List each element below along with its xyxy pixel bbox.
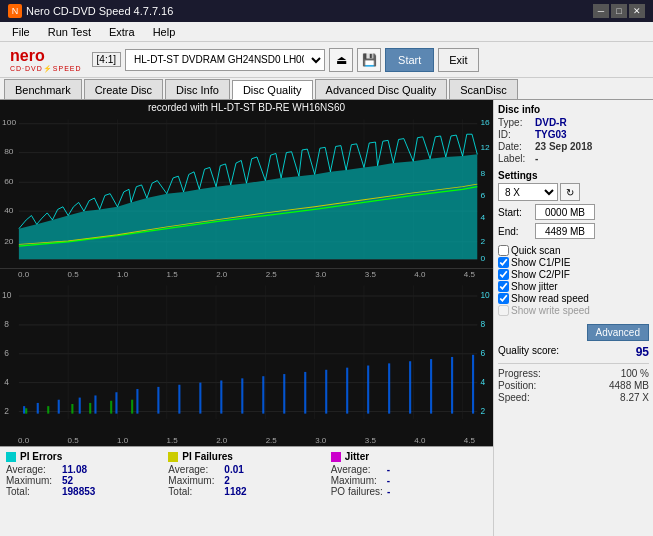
svg-text:2: 2	[480, 406, 485, 416]
show-c2pif-checkbox[interactable]	[498, 269, 509, 280]
start-mb-setting: Start:	[498, 204, 649, 220]
show-read-speed-checkbox[interactable]	[498, 293, 509, 304]
progress-row: Progress: 100 %	[498, 368, 649, 379]
top-chart-svg: 100 80 60 40 20 16 12 8 6 4 2 0	[0, 115, 493, 268]
save-button[interactable]: 💾	[357, 48, 381, 72]
menu-file[interactable]: File	[4, 24, 38, 40]
svg-rect-44	[23, 406, 25, 413]
disc-type-value: DVD-R	[535, 117, 567, 128]
svg-text:10: 10	[480, 290, 490, 300]
speed-label: Speed:	[498, 392, 530, 403]
speed-dropdown[interactable]: 8 X	[498, 183, 558, 201]
disc-id-label: ID:	[498, 129, 533, 140]
menu-help[interactable]: Help	[145, 24, 184, 40]
pif-avg-label: Average:	[168, 464, 220, 475]
disc-label-row: Label: -	[498, 153, 649, 164]
svg-text:4: 4	[480, 214, 485, 222]
jitter-avg-label: Average:	[331, 464, 383, 475]
disc-date-label: Date:	[498, 141, 533, 152]
pif-title: PI Failures	[182, 451, 233, 462]
quick-scan-checkbox[interactable]	[498, 245, 509, 256]
svg-rect-47	[79, 398, 81, 414]
pif-avg-value: 0.01	[224, 464, 264, 475]
tab-disc-info[interactable]: Disc Info	[165, 79, 230, 99]
svg-rect-71	[110, 401, 112, 414]
end-mb-label: End:	[498, 226, 533, 237]
svg-text:8: 8	[480, 319, 485, 329]
show-c1pie-label: Show C1/PIE	[511, 257, 570, 268]
disc-id-row: ID: TYG03	[498, 129, 649, 140]
show-read-speed-row: Show read speed	[498, 293, 649, 304]
refresh-button[interactable]: ↻	[560, 183, 580, 201]
toolbar: nero CD·DVD⚡SPEED [4:1] HL-DT-ST DVDRAM …	[0, 42, 653, 78]
top-chart: 100 80 60 40 20 16 12 8 6 4 2 0	[0, 115, 493, 269]
logo-nero: nero	[10, 47, 82, 65]
menu-run-test[interactable]: Run Test	[40, 24, 99, 40]
close-button[interactable]: ✕	[629, 4, 645, 18]
jitter-avg-value: -	[387, 464, 427, 475]
svg-text:40: 40	[4, 207, 13, 215]
bottom-chart: 10 8 6 4 2 10 8 6 4 2	[0, 280, 493, 435]
quality-score-label: Quality score:	[498, 345, 559, 359]
svg-text:80: 80	[4, 148, 13, 156]
position-label: Position:	[498, 380, 536, 391]
pie-total-label: Total:	[6, 486, 58, 497]
jitter-max-value: -	[387, 475, 427, 486]
svg-rect-62	[388, 363, 390, 413]
advanced-button[interactable]: Advanced	[587, 324, 649, 341]
pie-total-value: 198853	[62, 486, 102, 497]
logo-cdspeed: CD·DVD⚡SPEED	[10, 65, 82, 73]
maximize-button[interactable]: □	[611, 4, 627, 18]
svg-rect-52	[178, 385, 180, 414]
svg-rect-49	[115, 392, 117, 413]
menu-extra[interactable]: Extra	[101, 24, 143, 40]
progress-label: Progress:	[498, 368, 541, 379]
svg-rect-59	[325, 370, 327, 414]
svg-text:16: 16	[480, 119, 489, 127]
disc-type-row: Type: DVD-R	[498, 117, 649, 128]
tab-scandisc[interactable]: ScanDisc	[449, 79, 517, 99]
minimize-button[interactable]: ─	[593, 4, 609, 18]
tab-disc-quality[interactable]: Disc Quality	[232, 80, 313, 100]
svg-rect-57	[283, 374, 285, 414]
svg-rect-46	[58, 400, 60, 414]
svg-rect-60	[346, 368, 348, 414]
disc-label-value: -	[535, 153, 538, 164]
end-mb-input[interactable]	[535, 223, 595, 239]
tab-create-disc[interactable]: Create Disc	[84, 79, 163, 99]
jitter-po-label: PO failures:	[331, 486, 383, 497]
show-jitter-checkbox[interactable]	[498, 281, 509, 292]
eject-button[interactable]: ⏏	[329, 48, 353, 72]
quick-scan-row: Quick scan	[498, 245, 649, 256]
quality-score-value: 95	[636, 345, 649, 359]
bottom-chart-x-axis: 0.00.51.01.52.02.53.03.54.04.5	[0, 435, 493, 446]
app-title: Nero CD-DVD Speed 4.7.7.16	[26, 5, 173, 17]
svg-rect-65	[451, 357, 453, 414]
svg-rect-64	[430, 359, 432, 414]
svg-rect-72	[131, 400, 133, 414]
show-c2pif-row: Show C2/PIF	[498, 269, 649, 280]
start-button[interactable]: Start	[385, 48, 434, 72]
svg-text:0: 0	[480, 255, 485, 263]
start-mb-input[interactable]	[535, 204, 595, 220]
svg-rect-50	[136, 389, 138, 414]
start-mb-label: Start:	[498, 207, 533, 218]
disc-type-label: Type:	[498, 117, 533, 128]
show-c1pie-checkbox[interactable]	[498, 257, 509, 268]
jitter-max-label: Maximum:	[331, 475, 383, 486]
disc-label-label: Label:	[498, 153, 533, 164]
drive-select-area: [4:1] HL-DT-ST DVDRAM GH24NSD0 LH00	[92, 49, 325, 71]
show-write-speed-label: Show write speed	[511, 305, 590, 316]
svg-text:2: 2	[480, 238, 485, 246]
exit-button[interactable]: Exit	[438, 48, 478, 72]
svg-rect-63	[409, 361, 411, 413]
drive-dropdown[interactable]: HL-DT-ST DVDRAM GH24NSD0 LH00	[125, 49, 325, 71]
show-jitter-label: Show jitter	[511, 281, 558, 292]
tab-advanced-disc-quality[interactable]: Advanced Disc Quality	[315, 79, 448, 99]
tab-benchmark[interactable]: Benchmark	[4, 79, 82, 99]
app-icon: N	[8, 4, 22, 18]
svg-rect-53	[199, 383, 201, 414]
speed-row: Speed: 8.27 X	[498, 392, 649, 403]
svg-rect-70	[89, 403, 91, 414]
tab-bar: Benchmark Create Disc Disc Info Disc Qua…	[0, 78, 653, 100]
